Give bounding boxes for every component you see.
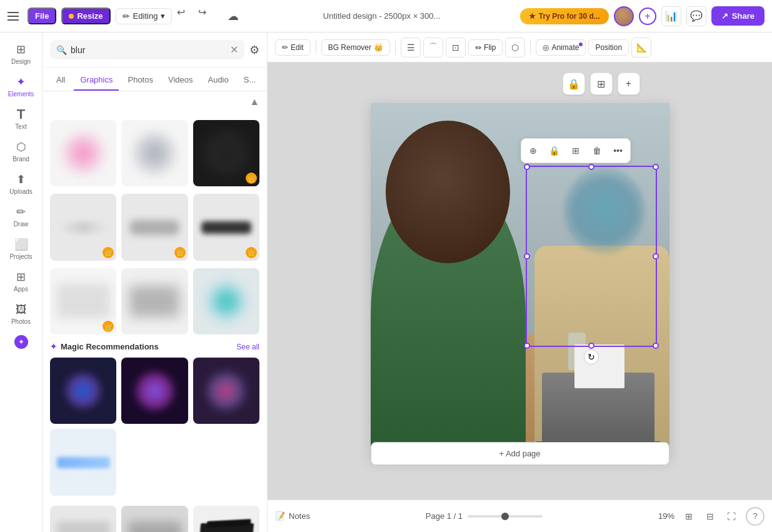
crown-badge: 👑	[246, 247, 257, 258]
sidebar-item-projects[interactable]: ⬜ Projects	[0, 233, 42, 265]
list-item[interactable]	[50, 120, 116, 186]
list-item[interactable]	[193, 358, 259, 424]
draw-icon: ✏	[14, 205, 28, 219]
list-item[interactable]: 👑	[50, 194, 116, 260]
timeline-thumb[interactable]	[501, 513, 509, 520]
search-tabs: All Graphics Photos Videos Audio S...	[43, 68, 267, 91]
try-pro-button[interactable]: ★ Try Pro for 30 d...	[520, 8, 609, 24]
list-item[interactable]	[193, 268, 259, 334]
blur-circles-row: 👑	[50, 120, 259, 186]
undo-button[interactable]: ↩	[177, 6, 197, 26]
animate-button[interactable]: ◎ Animate	[536, 39, 586, 56]
magic-star-icon: ✦	[50, 342, 57, 351]
editing-button[interactable]: ✏ Editing ▾	[116, 8, 173, 24]
search-bar: 🔍 ✕ ⚙	[43, 33, 267, 68]
list-item[interactable]: 👑	[121, 194, 188, 260]
sidebar-item-uploads[interactable]: ⬆ Uploads	[0, 168, 42, 200]
element-lock-button[interactable]: 🔒	[545, 141, 564, 160]
sidebar-item-design[interactable]: ⊞ Design	[0, 38, 42, 70]
invite-button[interactable]: +	[639, 8, 656, 25]
list-item[interactable]	[50, 429, 116, 495]
share-button[interactable]: ↗ Share	[711, 6, 764, 26]
avatar[interactable]	[614, 6, 634, 26]
canvas-workspace: 🔒 ⊞ +	[268, 63, 772, 499]
redo-button[interactable]: ↪	[198, 6, 218, 26]
collapse-bar: ▲	[43, 91, 267, 113]
notes-button[interactable]: 📝 Notes	[275, 511, 310, 521]
comments-button[interactable]: 💬	[686, 6, 706, 26]
lines-button[interactable]: ☰	[401, 38, 421, 58]
star-icon: ★	[529, 12, 536, 21]
apps-icon: ⊞	[14, 270, 28, 284]
element-more-button[interactable]: •••	[609, 141, 628, 160]
toolbar-separator	[316, 40, 316, 55]
list-item[interactable]: 👑	[50, 268, 116, 334]
group-button[interactable]: ⊞	[590, 73, 613, 95]
sidebar-item-elements[interactable]: ✦ Elements	[0, 70, 42, 103]
flip-button[interactable]: ⇔ Flip	[468, 39, 503, 56]
element-delete-button[interactable]: 🗑	[588, 141, 606, 160]
add-page-area: + Add page	[371, 442, 669, 465]
page-info: Page 1 / 1	[315, 511, 653, 521]
sidebar-item-label: Draw	[14, 221, 28, 228]
list-item[interactable]	[193, 506, 259, 532]
tab-graphics[interactable]: Graphics	[74, 70, 119, 91]
list-item[interactable]: 👑	[193, 194, 259, 260]
element-copy-button[interactable]: ⊞	[566, 141, 585, 160]
crop-button[interactable]: ⊡	[446, 38, 466, 58]
blur-dark-graphic	[204, 131, 248, 175]
timeline-bar[interactable]	[468, 515, 543, 518]
topbar-right: ★ Try Pro for 30 d... + 📊 💬 ↗ Share	[520, 6, 764, 26]
more-options-button[interactable]: 📐	[631, 38, 651, 58]
add-element-button[interactable]: +	[618, 73, 640, 95]
tab-photos[interactable]: Photos	[121, 70, 159, 91]
list-item[interactable]	[121, 506, 188, 532]
element-add-button[interactable]: ⊕	[524, 141, 543, 160]
grid-view-button[interactable]: ⊞	[679, 507, 698, 526]
sidebar-item-magic[interactable]: ✦	[0, 330, 42, 354]
analytics-button[interactable]: 📊	[661, 6, 681, 26]
sidebar-item-draw[interactable]: ✏ Draw	[0, 200, 42, 233]
tab-videos[interactable]: Videos	[162, 70, 199, 91]
bg-remover-button[interactable]: BG Remover 👑	[321, 39, 390, 56]
position-button[interactable]: Position	[588, 39, 629, 56]
help-button[interactable]: ?	[746, 507, 764, 526]
crown-icon: 👑	[374, 43, 383, 52]
sidebar-item-photos[interactable]: 🖼 Photos	[0, 298, 42, 330]
animate-dot	[579, 43, 583, 46]
see-all-button[interactable]: See all	[236, 343, 259, 351]
clear-search-button[interactable]: ✕	[230, 44, 238, 56]
list-item[interactable]	[121, 358, 188, 424]
lines-icon: ☰	[407, 43, 415, 53]
transparency-button[interactable]: ⬡	[505, 38, 525, 58]
tab-audio[interactable]: Audio	[201, 70, 234, 91]
file-menu-button[interactable]: File	[28, 8, 56, 24]
sidebar-item-apps[interactable]: ⊞ Apps	[0, 265, 42, 298]
uploads-icon: ⬆	[14, 173, 28, 186]
lock-button[interactable]: 🔒	[563, 73, 585, 95]
edit-button[interactable]: ✏ Edit	[275, 39, 311, 56]
tile-view-button[interactable]: ⊟	[701, 507, 719, 526]
corner-button[interactable]: ⌒	[423, 38, 443, 58]
list-item[interactable]	[121, 120, 188, 186]
element-actions-bar: ⊕ 🔒 ⊞ 🗑 •••	[521, 138, 631, 163]
collapse-panel-button[interactable]: ▲	[247, 94, 262, 110]
search-input[interactable]	[71, 45, 226, 55]
tab-shapes[interactable]: S...	[238, 70, 263, 91]
add-page-button[interactable]: + Add page	[371, 442, 669, 465]
resize-button[interactable]: Resize	[61, 8, 110, 24]
list-item[interactable]	[50, 358, 116, 424]
tab-all[interactable]: All	[50, 70, 71, 91]
chevron-down-icon: ▾	[161, 11, 165, 21]
file-label: File	[35, 11, 49, 21]
sidebar-item-brand[interactable]: ⬡ Brand	[0, 135, 42, 168]
cloud-save-button[interactable]: ☁	[223, 6, 243, 26]
filter-button[interactable]: ⚙	[249, 43, 259, 57]
list-item[interactable]: 👑	[193, 120, 259, 186]
list-item[interactable]	[121, 268, 188, 334]
list-item[interactable]	[50, 506, 116, 532]
sidebar-item-text[interactable]: T Text	[0, 103, 42, 135]
menu-icon[interactable]	[8, 9, 23, 24]
corner-icon: ⌒	[429, 42, 438, 53]
fullscreen-button[interactable]: ⛶	[722, 507, 741, 526]
